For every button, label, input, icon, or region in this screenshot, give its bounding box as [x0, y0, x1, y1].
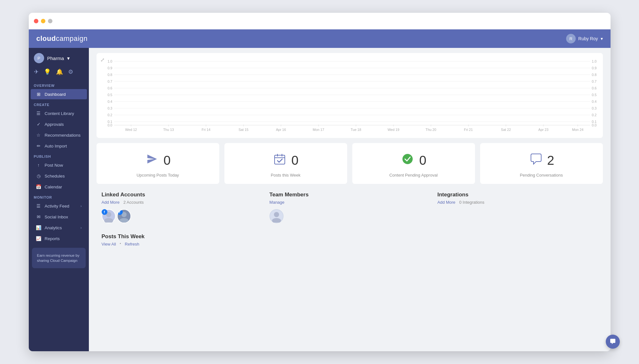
brand-dropdown-icon: ▾ [67, 55, 70, 61]
sidebar-item-recommendations[interactable]: ☆ Recommendations [31, 130, 87, 140]
sidebar: P Pharma ▾ ✈ 💡 🔔 ⚙ Overview ⊞ Dashboard [29, 48, 89, 351]
integrations-add-more[interactable]: Add More [437, 200, 455, 205]
chat-bubble-button[interactable] [606, 335, 620, 349]
sidebar-item-schedules[interactable]: ◷ Schedules [31, 171, 87, 181]
logo: cloudcampaign [36, 34, 88, 43]
svg-text:Sat 22: Sat 22 [501, 128, 511, 132]
sidebar-item-content-library[interactable]: ☰ Content Library [31, 108, 87, 118]
svg-point-65 [104, 218, 113, 223]
team-members-manage[interactable]: Manage [269, 200, 284, 205]
brand-avatar: P [34, 53, 44, 63]
sidebar-item-auto-import[interactable]: ✏ Auto Import [31, 141, 87, 151]
sidebar-item-calendar[interactable]: 📅 Calendar [31, 182, 87, 192]
list-icon: ☰ [36, 111, 42, 116]
lightbulb-icon[interactable]: 💡 [44, 68, 51, 75]
sidebar-item-analytics[interactable]: 📊 Analytics › [31, 223, 87, 233]
home-icon: ⊞ [36, 92, 42, 97]
brand-selector[interactable]: P Pharma ▾ [29, 48, 89, 66]
svg-text:0.9: 0.9 [107, 66, 112, 70]
info-sections: Linked Accounts Add More 2 Accounts f [97, 192, 603, 223]
stat-card-pending-conv: 2 Pending Conversations [480, 143, 603, 184]
sidebar-item-label: Analytics [45, 225, 62, 230]
close-button[interactable] [34, 19, 38, 23]
upcoming-posts-value: 0 [163, 153, 170, 168]
svg-text:0.3: 0.3 [592, 106, 596, 110]
check-circle-icon [401, 152, 415, 169]
svg-text:1.0: 1.0 [592, 59, 596, 63]
content-pending-value: 0 [419, 153, 426, 168]
clock-icon: ◷ [36, 173, 42, 178]
svg-text:0.4: 0.4 [107, 100, 112, 103]
svg-point-70 [274, 212, 279, 217]
calendar-icon: 📅 [36, 184, 42, 189]
stat-cards-grid: 0 Upcoming Posts Today [97, 143, 603, 184]
linked-accounts-section: Linked Accounts Add More 2 Accounts f [102, 192, 262, 223]
user-menu[interactable]: R Ruby Roy ▾ [566, 34, 603, 43]
linked-accounts-add-more[interactable]: Add More [102, 200, 120, 205]
overview-section-label: Overview [29, 80, 89, 89]
brand-name: Pharma [47, 56, 64, 61]
sidebar-item-dashboard[interactable]: ⊞ Dashboard [31, 89, 87, 99]
svg-text:0.2: 0.2 [107, 113, 112, 117]
chart-container: ⤢ [97, 53, 603, 138]
svg-text:Mon 17: Mon 17 [313, 128, 324, 132]
svg-text:Thu 13: Thu 13 [163, 128, 174, 132]
user-avatar: R [566, 34, 576, 43]
sidebar-item-social-inbox[interactable]: ✉ Social Inbox [31, 212, 87, 222]
sidebar-item-label: Schedules [45, 174, 65, 178]
minimize-button[interactable] [41, 19, 45, 23]
account-avatar-1[interactable]: f [102, 209, 116, 223]
traffic-lights [34, 19, 52, 23]
sidebar-icon-row: ✈ 💡 🔔 ⚙ [29, 66, 89, 80]
svg-text:Apr 23: Apr 23 [538, 128, 549, 132]
publish-section-label: Publish [29, 151, 89, 160]
rocket-icon[interactable]: ✈ [34, 68, 39, 75]
linked-accounts-count: 2 Accounts [123, 200, 144, 205]
svg-rect-59 [275, 155, 285, 164]
stat-card-posts-week: 0 Posts this Week [224, 143, 347, 184]
stat-card-upcoming-posts: 0 Upcoming Posts Today [97, 143, 219, 184]
sidebar-item-reports[interactable]: 📈 Reports [31, 233, 87, 244]
sidebar-item-label: Post Now [45, 163, 63, 168]
sidebar-item-approvals[interactable]: ✓ Approvals [31, 119, 87, 129]
reports-icon: 📈 [36, 236, 42, 241]
svg-text:Apr 16: Apr 16 [276, 128, 286, 132]
linked-accounts-avatars: f f [102, 209, 262, 223]
svg-text:0.8: 0.8 [107, 73, 112, 77]
chart-icon: 📊 [36, 225, 42, 230]
account-avatar-2[interactable]: f [117, 209, 131, 223]
sidebar-item-post-now[interactable]: ↑ Post Now [31, 160, 87, 170]
team-members-avatars [269, 209, 430, 223]
svg-text:Tue 18: Tue 18 [351, 128, 361, 132]
posts-this-week-refresh[interactable]: Refresh [125, 242, 139, 246]
svg-text:Fri 14: Fri 14 [201, 128, 210, 132]
posts-this-week-section: Posts This Week View All • Refresh [97, 233, 603, 246]
collapse-icon[interactable]: ⤢ [100, 57, 105, 63]
user-dropdown-icon: ▾ [601, 36, 603, 41]
mail-icon: ✉ [36, 214, 42, 219]
sidebar-item-label: Auto Import [45, 144, 67, 148]
star-icon: ☆ [36, 133, 42, 138]
bell-icon[interactable]: 🔔 [56, 68, 63, 75]
pending-conv-value: 2 [547, 153, 554, 168]
sidebar-footer[interactable]: Earn recurring revenue by sharing Cloud … [32, 248, 86, 268]
svg-text:0.6: 0.6 [592, 86, 596, 90]
svg-text:0.7: 0.7 [592, 80, 596, 83]
monitor-section-label: Monitor [29, 192, 89, 201]
integrations-section: Integrations Add More 0 Integrations [437, 192, 597, 223]
svg-text:0.2: 0.2 [592, 113, 596, 117]
svg-text:0.0: 0.0 [107, 123, 112, 127]
posts-this-week-view-all[interactable]: View All [102, 242, 116, 246]
svg-text:1.0: 1.0 [107, 59, 112, 63]
svg-text:0.9: 0.9 [592, 66, 596, 70]
gear-icon[interactable]: ⚙ [68, 68, 73, 75]
footer-text: Earn recurring revenue by sharing Cloud … [37, 254, 80, 262]
svg-text:0.4: 0.4 [592, 100, 596, 103]
sidebar-item-activity-feed[interactable]: ☰ Activity Feed › [31, 201, 87, 211]
analytics-chart: 1.0 0.9 0.8 0.7 0.6 0.5 0.4 0.3 0.2 0.1 [103, 58, 596, 132]
check-icon: ✓ [36, 122, 42, 127]
sidebar-item-label: Dashboard [45, 92, 66, 97]
fullscreen-button[interactable] [48, 19, 52, 23]
top-nav: cloudcampaign R Ruby Roy ▾ [29, 29, 611, 48]
sidebar-item-label: Social Inbox [45, 215, 68, 219]
